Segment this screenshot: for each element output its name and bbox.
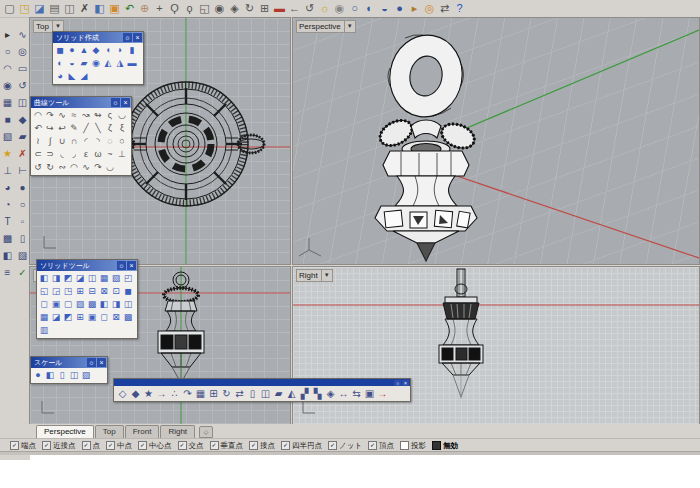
gear-icon[interactable]: ☼ [117,261,126,270]
left-tool-icon-7-icon[interactable]: ↺ [15,77,30,94]
display-wireframe-icon[interactable]: ○ [347,1,362,16]
transform-tool-14-icon[interactable]: ▞ [298,387,311,401]
solid-tool-30-icon[interactable]: ⊠ [110,311,122,324]
open-file-icon[interactable]: ◳ [17,1,32,16]
print-icon[interactable]: ▤ [47,1,62,16]
osnap-item[interactable]: ✓近接点 [42,441,76,451]
solid-create-tool-0-icon[interactable]: ◼ [54,44,66,57]
transform-tool-6-icon[interactable]: ▦ [194,387,207,401]
solid-tool-10-icon[interactable]: ◳ [62,285,74,298]
solid-tool-29-icon[interactable]: ◻ [98,311,110,324]
gear-icon[interactable]: ☼ [123,33,132,42]
left-tool-icon-10-icon[interactable]: ■ [0,111,15,128]
curve-tool-37-icon[interactable]: ↷ [92,161,104,174]
solid-tool-12-icon[interactable]: ⊟ [86,285,98,298]
left-tool-icon-8-icon[interactable]: ▦ [0,94,15,111]
solid-create-tool-4-icon[interactable]: ◖ [102,44,114,57]
osnap-item[interactable]: ✓交点 [178,441,204,451]
solid-tool-3-icon[interactable]: ◪ [74,272,86,285]
solid-tools-titlebar[interactable]: ソリッドツール ☼ × [37,260,137,271]
prev-view-icon[interactable]: ← [287,1,302,16]
left-tool-icon-19-icon[interactable]: ● [15,179,30,196]
cursor-tool-icon[interactable]: ▸ [407,1,422,16]
left-tool-icon-17-icon[interactable]: ⊢ [15,162,30,179]
solid-tool-20-icon[interactable]: ▩ [86,298,98,311]
render-globe-icon[interactable]: ◎ [422,1,437,16]
zoom-extents-icon[interactable]: ◈ [227,1,242,16]
zoom-dynamic-icon[interactable]: ϙ [182,1,197,16]
solid-create-tool-6-icon[interactable]: ▮ [126,44,138,57]
left-tool-icon-12-icon[interactable]: ▧ [0,128,15,145]
left-tool-icon-16-icon[interactable]: ⊥ [0,162,15,179]
osnap-item[interactable]: ✓端点 [10,441,36,451]
solid-tool-14-icon[interactable]: ⊡ [110,285,122,298]
left-tool-icon-25-icon[interactable]: ▯ [15,230,30,247]
left-tool-icon-20-icon[interactable]: ◔ [0,196,15,213]
curve-tool-21-icon[interactable]: ◝ [92,135,104,148]
display-shaded-icon[interactable]: ◐ [362,1,377,16]
solid-tool-11-icon[interactable]: ⊞ [74,285,86,298]
viewport-tab-right[interactable]: Right [160,425,195,438]
left-tool-icon-29-icon[interactable]: ✓ [15,264,30,281]
viewport-menu-arrow-icon[interactable]: ▼ [321,270,330,281]
osnap-checkbox[interactable]: ✓ [210,441,219,450]
solid-tool-31-icon[interactable]: ▩ [122,311,134,324]
curve-tool-3-icon[interactable]: ≈ [68,109,80,122]
viewport-right[interactable]: Right ▼ [292,266,700,426]
viewport-perspective[interactable]: Perspective ▼ [292,17,700,265]
curve-tool-38-icon[interactable]: ◡ [104,161,116,174]
osnap-item[interactable]: ✓中心点 [138,441,172,451]
move-icon[interactable]: + [152,1,167,16]
solid-tool-26-icon[interactable]: ◩ [62,311,74,324]
curve-tool-30-icon[interactable]: ~ [104,148,116,161]
left-tool-icon-9-icon[interactable]: ◫ [15,94,30,111]
transform-tool-8-icon[interactable]: ↻ [220,387,233,401]
left-tool-icon-11-icon[interactable]: ◆ [15,111,30,128]
osnap-checkbox[interactable]: ✓ [82,441,91,450]
gear-icon[interactable]: ☼ [87,358,96,367]
left-tool-icon-13-icon[interactable]: ▰ [15,128,30,145]
transform-tool-13-icon[interactable]: ◭ [285,387,298,401]
curve-tool-19-icon[interactable]: ∩ [68,135,80,148]
curve-tool-35-icon[interactable]: ◠ [68,161,80,174]
osnap-checkbox[interactable]: ✓ [328,441,337,450]
curve-tool-11-icon[interactable]: ✎ [68,122,80,135]
curve-tool-15-icon[interactable]: ξ [116,122,128,135]
osnap-item[interactable]: ✓頂点 [368,441,394,451]
osnap-checkbox[interactable]: ✓ [281,441,290,450]
solid-create-tool-5-icon[interactable]: ◗ [114,44,126,57]
close-icon[interactable]: × [121,98,130,107]
display-ghosted-icon[interactable]: ◒ [377,1,392,16]
curve-tool-6-icon[interactable]: ς [104,109,116,122]
solid-tool-17-icon[interactable]: ▣ [50,298,62,311]
solid-tool-21-icon[interactable]: ◧ [98,298,110,311]
curve-tool-12-icon[interactable]: ╱ [80,122,92,135]
solid-create-titlebar[interactable]: ソリッド作成 ☼ × [53,32,143,43]
osnap-checkbox[interactable] [400,441,409,450]
solid-tool-2-icon[interactable]: ◩ [62,272,74,285]
solid-create-tool-11-icon[interactable]: ◭ [102,57,114,70]
curve-tool-23-icon[interactable]: ○ [116,135,128,148]
solid-tool-6-icon[interactable]: ▧ [110,272,122,285]
transform-tool-16-icon[interactable]: ◈ [324,387,337,401]
transform-tool-12-icon[interactable]: ▰ [272,387,285,401]
copy-icon[interactable]: ◧ [92,1,107,16]
transform-tool-7-icon[interactable]: ⊞ [207,387,220,401]
left-tool-icon-3-icon[interactable]: ◎ [15,43,30,60]
cplane-icon[interactable]: ▬ [272,1,287,16]
undo-icon[interactable]: ↶ [122,1,137,16]
curve-tool-24-icon[interactable]: ⊂ [32,148,44,161]
solid-tool-25-icon[interactable]: ◪ [50,311,62,324]
transform-titlebar[interactable]: ☼ × [114,379,410,386]
paste-icon[interactable]: ▣ [107,1,122,16]
left-tool-icon-6-icon[interactable]: ◉ [0,77,15,94]
left-tool-icon-28-icon[interactable]: ≡ [0,264,15,281]
solid-tool-27-icon[interactable]: ⊞ [74,311,86,324]
pan-view-icon[interactable]: ⊕ [137,1,152,16]
solid-tool-9-icon[interactable]: ◲ [50,285,62,298]
transform-tool-3-icon[interactable]: → [155,387,168,401]
curve-tool-17-icon[interactable]: ∫ [44,135,56,148]
solid-tool-1-icon[interactable]: ◨ [50,272,62,285]
left-tool-icon-15-icon[interactable]: ✗ [15,145,30,162]
curve-tool-27-icon[interactable]: ◞ [68,148,80,161]
